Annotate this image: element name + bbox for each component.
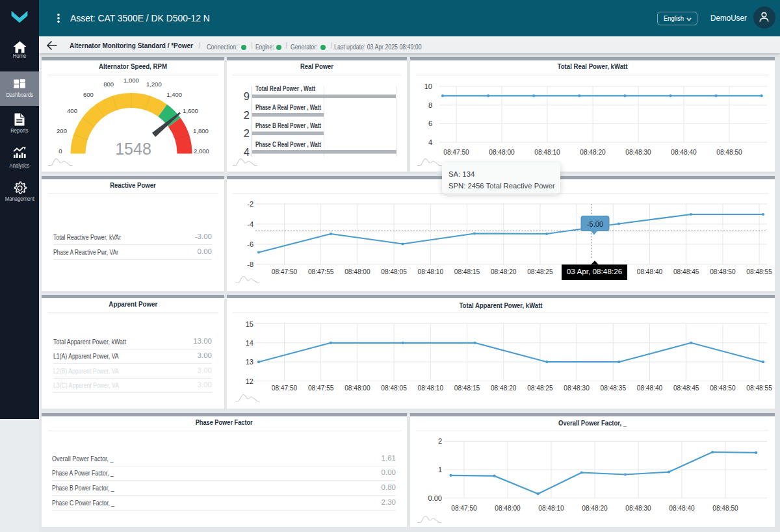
svg-text:08:48:40: 08:48:40 <box>671 148 697 156</box>
svg-text:2: 2 <box>438 437 442 445</box>
svg-text:08:48:00: 08:48:00 <box>344 384 370 392</box>
svg-text:Phase B Real Power , Watt: Phase B Real Power , Watt <box>255 122 321 129</box>
svg-text:08:47:50: 08:47:50 <box>272 268 298 275</box>
svg-text:1,400: 1,400 <box>166 91 182 98</box>
svg-text:08:48:10: 08:48:10 <box>418 384 444 392</box>
svg-text:08:48:10: 08:48:10 <box>534 148 560 156</box>
svg-text:-2: -2 <box>247 200 254 208</box>
svg-text:08:48:15: 08:48:15 <box>454 268 480 275</box>
svg-text:13: 13 <box>246 358 254 366</box>
svg-text:08:48:30: 08:48:30 <box>564 384 590 392</box>
svg-text:08:47:50: 08:47:50 <box>272 384 298 392</box>
svg-text:Alternator Speed, RPM: Alternator Speed, RPM <box>99 63 167 70</box>
svg-text:800: 800 <box>103 81 114 88</box>
svg-text:08:47:55: 08:47:55 <box>308 268 334 275</box>
svg-text:08:47:50: 08:47:50 <box>451 504 477 512</box>
svg-text:Phase A Real Power , Watt: Phase A Real Power , Watt <box>255 104 321 111</box>
svg-text:08:47:50: 08:47:50 <box>443 148 469 156</box>
svg-text:Phase C Real Power , Watt: Phase C Real Power , Watt <box>255 141 321 148</box>
svg-text:08:48:45: 08:48:45 <box>673 384 699 392</box>
svg-text:Total Real Power, kWatt: Total Real Power, kWatt <box>558 63 628 70</box>
svg-text:15: 15 <box>246 320 254 328</box>
svg-text:08:48:00: 08:48:00 <box>344 268 370 275</box>
svg-text:08:48:20: 08:48:20 <box>582 504 608 512</box>
svg-text:-4: -4 <box>247 220 254 228</box>
svg-text:Overall Power Factor, _: Overall Power Factor, _ <box>558 420 627 427</box>
svg-text:08:48:50: 08:48:50 <box>710 384 736 392</box>
svg-text:08:48:45: 08:48:45 <box>673 268 699 275</box>
svg-text:0: 0 <box>58 147 62 155</box>
svg-text:1,200: 1,200 <box>146 81 162 88</box>
svg-text:08:47:55: 08:47:55 <box>308 384 334 392</box>
svg-text:1,800: 1,800 <box>193 127 209 134</box>
svg-text:08:48:40: 08:48:40 <box>637 384 663 392</box>
svg-text:9: 9 <box>244 90 250 102</box>
svg-text:1,000: 1,000 <box>124 77 139 84</box>
svg-text:08:48:05: 08:48:05 <box>381 384 407 392</box>
svg-text:08:48:40: 08:48:40 <box>637 268 663 275</box>
svg-text:600: 600 <box>83 91 94 98</box>
svg-text:08:48:05: 08:48:05 <box>381 268 407 275</box>
svg-text:-6: -6 <box>247 240 254 248</box>
svg-text:12: 12 <box>246 377 254 385</box>
svg-text:08:48:00: 08:48:00 <box>489 148 515 156</box>
svg-text:08:48:55: 08:48:55 <box>746 384 772 392</box>
svg-text:08:48:50: 08:48:50 <box>710 268 736 275</box>
svg-text:08:48:30: 08:48:30 <box>625 148 651 156</box>
svg-text:08:48:40: 08:48:40 <box>669 504 695 512</box>
svg-text:200: 200 <box>57 127 67 134</box>
svg-text:Real Power: Real Power <box>300 63 333 70</box>
svg-text:2: 2 <box>244 109 250 121</box>
svg-text:08:48:30: 08:48:30 <box>625 504 651 512</box>
svg-text:08:48:35: 08:48:35 <box>601 384 627 392</box>
svg-text:08:48:25: 08:48:25 <box>527 268 553 275</box>
svg-text:2,000: 2,000 <box>194 147 209 155</box>
svg-text:08:48:10: 08:48:10 <box>418 268 444 275</box>
svg-text:03 Apr, 08:48:26: 03 Apr, 08:48:26 <box>567 268 623 275</box>
svg-text:14: 14 <box>246 339 254 347</box>
svg-text:Total Real Power , Watt: Total Real Power , Watt <box>255 85 315 92</box>
svg-text:08:48:50: 08:48:50 <box>712 504 738 512</box>
svg-text:1548: 1548 <box>115 140 151 158</box>
svg-text:4: 4 <box>428 138 432 146</box>
svg-text:-5.00: -5.00 <box>587 220 603 228</box>
svg-text:08:48:55: 08:48:55 <box>746 268 772 275</box>
svg-text:1,600: 1,600 <box>183 107 198 114</box>
svg-text:400: 400 <box>67 107 77 114</box>
svg-text:08:48:25: 08:48:25 <box>527 384 553 392</box>
svg-text:-8: -8 <box>247 260 254 268</box>
svg-text:8: 8 <box>428 101 432 109</box>
svg-text:10: 10 <box>424 82 432 90</box>
svg-text:6: 6 <box>428 120 432 127</box>
svg-text:08:48:20: 08:48:20 <box>491 384 517 392</box>
svg-text:2: 2 <box>244 127 250 139</box>
svg-text:08:48:10: 08:48:10 <box>538 504 564 512</box>
svg-text:08:48:20: 08:48:20 <box>580 148 606 156</box>
svg-text:08:48:15: 08:48:15 <box>454 384 480 392</box>
svg-text:Total Apparent Power, kWatt: Total Apparent Power, kWatt <box>460 302 543 309</box>
svg-text:08:48:50: 08:48:50 <box>716 148 742 156</box>
svg-text:1: 1 <box>438 466 442 474</box>
svg-text:08:48:00: 08:48:00 <box>495 504 521 512</box>
svg-text:0.00: 0.00 <box>428 494 442 502</box>
svg-text:4: 4 <box>244 146 250 158</box>
svg-text:08:48:20: 08:48:20 <box>491 268 517 275</box>
